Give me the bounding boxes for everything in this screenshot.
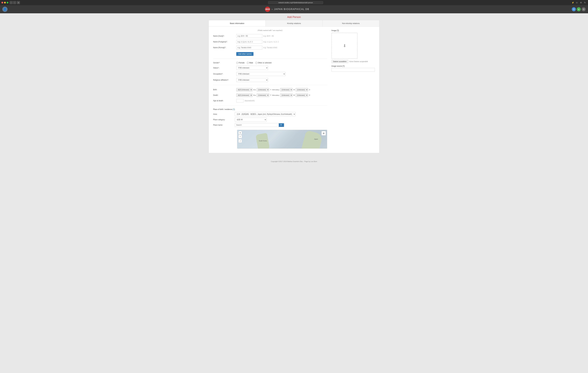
user-icon: 👤 (3, 8, 7, 11)
maximize-button[interactable] (7, 2, 8, 3)
map-layer-button[interactable]: ⊞ (322, 131, 326, 135)
choose-file-button[interactable]: Dateien auswählen (331, 60, 348, 63)
birth-intercalary-select[interactable]: [Unknown] (280, 88, 293, 92)
status-label: Status*: (213, 67, 236, 69)
map-zoom-out-button[interactable]: − (238, 135, 242, 138)
name-furigana-hint: e.g. たなかいちろう (263, 41, 279, 43)
birth-year-select[interactable]: 未詳 [Unknown] (236, 88, 252, 92)
name-furigana-input[interactable] (236, 40, 262, 44)
name-romaji-label: Name (Romaji)*: (213, 47, 236, 49)
gender-male-radio[interactable] (247, 62, 249, 64)
profile-icon[interactable]: ⊙ (575, 1, 578, 4)
titlebar: ‹ › ⊞ network-studies.org/#!/jbdb/databa… (0, 0, 588, 5)
religious-select[interactable]: 不明 Unknown (236, 78, 268, 82)
status-button[interactable]: ● (577, 7, 581, 11)
place-category-row: Place category: 全部 All (213, 118, 327, 122)
place-search-button[interactable]: 🔍 (279, 123, 284, 127)
layers-icon: ⊞ (323, 132, 325, 135)
tab-non-kinship-relations[interactable]: Non-kinship relations (323, 20, 379, 26)
menu-button[interactable]: ☰ (582, 7, 586, 11)
back-button[interactable]: ‹ (10, 1, 13, 4)
name-kanji-hint: e.g. 田中一郎 (263, 35, 274, 37)
gender-male-label: Male (249, 62, 253, 64)
close-button[interactable] (1, 2, 3, 3)
map-fullscreen-button[interactable]: ⤢ (238, 139, 242, 143)
image-source-label: Image source [?]: (331, 65, 375, 67)
death-day-select[interactable]: [Unknown] (296, 93, 308, 97)
tab-kinship-relations[interactable]: Kinship relations (266, 20, 323, 26)
app-logo: JBDB (265, 7, 270, 12)
birth-m-label: M (294, 89, 295, 91)
gender-other-label: Other or unknown (258, 62, 272, 64)
header-right-icons: 👁 ● ☰ (572, 7, 586, 11)
gender-female-radio[interactable] (236, 62, 238, 64)
add-other-names-button[interactable]: Add other names (236, 52, 253, 56)
page-footer: Copyright ©2017-2019 Bettina Gramlich-Ok… (0, 159, 588, 164)
area-select[interactable]: 日本（琉球諸島・蝦夷等）Japan (incl. Ryūkyū/Okinawa,… (235, 112, 296, 116)
name-furigana-label: Name (Furigana)*: (213, 41, 236, 43)
image-file-row: Dateien auswählen Keine Dateien ausgewäh… (331, 60, 375, 63)
add-other-names-row: Add other names (213, 52, 327, 56)
section-divider-3 (213, 105, 327, 105)
death-y-label: Y (270, 94, 271, 96)
tab-basic-information[interactable]: Basic information (209, 20, 266, 26)
death-era-select[interactable]: [Unknown] (257, 93, 269, 97)
map-background: South Korea Japan (237, 130, 327, 148)
map-zoom-in-button[interactable]: + (238, 131, 242, 135)
toolbar-right: ⚡ ⊙ ⚙ ↻ (571, 1, 587, 4)
settings-icon[interactable]: ⚙ (579, 1, 582, 4)
place-category-select[interactable]: 全部 All (235, 118, 267, 122)
birth-day-select[interactable]: [Unknown] (296, 88, 308, 92)
gender-radio-group: Female Male Other or unknown (236, 62, 272, 64)
birth-intercalary-label: intercalary (272, 89, 279, 91)
minimize-button[interactable] (4, 2, 6, 3)
gender-label: Gender*: (213, 62, 236, 64)
kazoedoshi-label: (kazoedoshi) (245, 100, 255, 102)
name-kanji-input[interactable] (236, 34, 262, 38)
place-search-input[interactable] (235, 123, 279, 127)
place-help-link[interactable]: [?] (233, 108, 234, 110)
address-bar[interactable]: network-studies.org/#!/jbdb/database/add… (268, 1, 323, 4)
gender-other-radio[interactable] (255, 62, 257, 64)
page-title-bar: Add Person (6, 13, 582, 20)
form-side: Image [?]: ⬇ Dateien auswählen Keine Dat… (331, 30, 375, 149)
nav-arrows: ‹ › (10, 1, 16, 4)
map-label-korea: South Korea (259, 140, 267, 142)
death-intercalary-select[interactable]: [Unknown] (280, 93, 293, 97)
user-avatar[interactable]: 👤 (2, 7, 8, 12)
refresh-icon[interactable]: ↻ (583, 1, 587, 4)
gender-female-option[interactable]: Female (236, 62, 244, 64)
name-furigana-row: Name (Furigana)*: e.g. たなかいちろう (213, 40, 327, 44)
place-section: Place of birth / residence [?]: Area: 日本… (213, 108, 327, 127)
map-container: South Korea Japan + − ⤢ ⊞ (237, 130, 327, 149)
death-year-select[interactable]: 未詳 [Unknown] (236, 93, 252, 97)
age-at-death-input[interactable] (236, 99, 243, 103)
age-at-death-label: Age at death: (213, 100, 236, 102)
extensions-icon[interactable]: ⚡ (571, 1, 574, 4)
place-section-title: Place of birth / residence [?]: (213, 108, 327, 110)
image-dropzone[interactable]: ⬇ (331, 33, 357, 59)
tab-overview-button[interactable]: ⊞ (17, 1, 20, 4)
place-name-label: Place name: (213, 124, 235, 126)
name-romaji-input[interactable] (236, 46, 262, 50)
forward-button[interactable]: › (13, 1, 16, 4)
app-header: 👤 JBDB – Japan Biographical DB 👁 ● ☰ (0, 5, 588, 13)
name-romaji-row: Name (Romaji)*: e.g. Tanaka Ichirō (213, 46, 327, 50)
image-source-input[interactable] (331, 68, 375, 72)
religious-row: Religious affiliation*: 不明 Unknown (213, 78, 327, 82)
place-category-label: Place category: (213, 119, 235, 121)
age-at-death-row: Age at death: (kazoedoshi) (213, 99, 327, 103)
death-intercalary-label: intercalary (272, 94, 279, 96)
gender-other-option[interactable]: Other or unknown (255, 62, 272, 64)
search-icon: 🔍 (280, 124, 283, 126)
occupation-label: Occupation*: (213, 73, 236, 75)
gender-male-option[interactable]: Male (247, 62, 253, 64)
birth-era-label: Era (253, 89, 256, 91)
occupation-select[interactable]: 不明 Unknown (236, 72, 285, 76)
birth-row: Birth: 未詳 [Unknown] Era [Unknown] Y inte… (213, 88, 327, 92)
status-select[interactable]: 不明 Unknown (236, 66, 268, 70)
eye-button[interactable]: 👁 (572, 7, 576, 11)
tabs: Basic information Kinship relations Non-… (209, 20, 379, 27)
birth-era-select[interactable]: [Unknown] (257, 88, 269, 92)
death-m-label: M (294, 94, 295, 96)
